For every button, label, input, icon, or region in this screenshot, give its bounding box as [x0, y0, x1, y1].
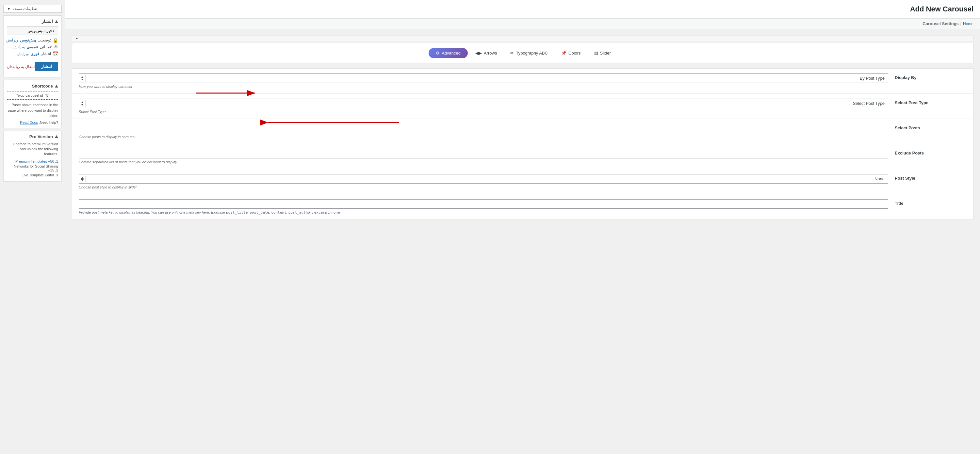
page-settings-toggle[interactable]: ▼ تنظیمات صفحه: [3, 5, 62, 13]
display-by-up[interactable]: [81, 76, 84, 78]
collapse-icon: [55, 20, 58, 23]
publish-title: انتشار: [42, 19, 53, 24]
select-post-type-value: Select Post Type: [86, 99, 888, 108]
tab-slider-label: Slider: [600, 51, 611, 56]
tab-typography-label: Typography ABC: [516, 51, 548, 56]
title-hint: Provide post meta key to display as head…: [79, 210, 888, 214]
read-docs-link[interactable]: Read Docs: [20, 121, 38, 124]
publish-date-edit-link[interactable]: ویرایش: [17, 52, 29, 56]
shortcode-description: Paste above shortcode in the page where …: [7, 102, 58, 119]
tab-advanced-label: Advanced: [442, 51, 461, 56]
display-by-down[interactable]: [81, 79, 84, 80]
trash-link[interactable]: انتقال به زباله‌دان: [7, 64, 35, 69]
pro-description: Upgrade to premium version and unlock th…: [7, 142, 58, 157]
publish-date-value: فوری: [30, 52, 39, 56]
post-style-up[interactable]: [81, 177, 84, 179]
settings-container: By Post Type How you want to display car…: [72, 68, 974, 220]
tabs-row: ⚙ Advanced ◀▶ Arrows ✏ Typography ABC 📌 …: [77, 48, 968, 58]
save-draft-button[interactable]: ذخیره پیش‌نویس: [7, 27, 58, 35]
colors-icon: 📌: [561, 51, 566, 56]
status-value: پیش‌نویس: [20, 38, 36, 43]
status-edit-link[interactable]: ویرایش: [6, 38, 18, 43]
tab-typography[interactable]: ✏ Typography ABC: [504, 48, 554, 58]
tab-colors-label: Colors: [568, 51, 581, 56]
post-style-down[interactable]: [81, 179, 84, 181]
display-by-select[interactable]: By Post Type: [79, 73, 888, 83]
tab-slider[interactable]: ▤ Slider: [588, 48, 617, 58]
exclude-posts-input[interactable]: [79, 149, 888, 159]
tab-advanced[interactable]: ⚙ Advanced: [429, 48, 468, 58]
exclude-posts-label: Exclude Posts: [895, 149, 967, 156]
select-posts-control: Choose posts to display in carousel: [79, 124, 888, 139]
visibility-value: عمومی: [27, 45, 38, 49]
select-post-type-down[interactable]: [81, 104, 84, 105]
post-style-row: None Choose post style to display in sli…: [72, 169, 973, 194]
post-style-select[interactable]: None: [79, 174, 888, 184]
select-posts-row: Choose posts to display in carousel Sele…: [72, 119, 973, 144]
select-post-type-label: Select Post Type: [895, 98, 967, 105]
pro-item-2: Networks for Social Sharing +15 .2: [7, 164, 58, 172]
pro-item-3: Live Template Editor .3: [7, 173, 58, 177]
exclude-posts-hint: Comma separated ids of posts that you do…: [79, 160, 888, 164]
display-by-hint: How you want to display carousel: [79, 84, 888, 89]
premium-templates-link[interactable]: Premium Templates +50: [15, 159, 54, 163]
publish-date-label: انتشار: [41, 52, 51, 56]
home-breadcrumb[interactable]: Home: [963, 22, 974, 26]
status-label: وضعیت:: [38, 38, 51, 43]
exclude-posts-control: Comma separated ids of posts that you do…: [79, 149, 888, 164]
display-by-row: By Post Type How you want to display car…: [72, 68, 973, 94]
collapse-up-icon: [75, 38, 78, 39]
publish-date-row: ویرایش فوری انتشار 📅: [7, 51, 58, 57]
title-control: Provide post meta key to display as head…: [79, 199, 888, 214]
select-post-type-arrows[interactable]: [79, 100, 86, 107]
status-row: ویرایش پیش‌نویس وضعیت: 🔒: [7, 38, 58, 43]
content-area: ⚙ Advanced ◀▶ Arrows ✏ Typography ABC 📌 …: [65, 29, 980, 226]
shortcode-title: Shortcode: [32, 84, 53, 89]
post-style-control: None Choose post style to display in sli…: [79, 174, 888, 189]
post-style-value: None: [86, 175, 888, 183]
carousel-settings-label: Carousel Settings: [923, 21, 959, 26]
select-post-type-select[interactable]: Select Post Type: [79, 98, 888, 108]
publish-button[interactable]: انتشار: [35, 62, 58, 71]
title-row: Provide post meta key to display as head…: [72, 194, 973, 219]
collapse-bar[interactable]: [72, 36, 974, 41]
pro-item-1: Premium Templates +50 .1: [7, 159, 58, 163]
publish-header: انتشار: [7, 19, 58, 24]
typography-icon: ✏: [510, 51, 514, 56]
tab-colors[interactable]: 📌 Colors: [555, 48, 587, 58]
triangle-down-icon: ▼: [7, 6, 11, 11]
help-row: Read Docs .Need help?: [7, 121, 58, 124]
select-posts-input[interactable]: [79, 124, 888, 133]
calendar-icon: 📅: [52, 51, 58, 57]
select-post-type-row: Select Post Type Select Post Type Select…: [72, 94, 973, 119]
page-title: Add New Carousel: [910, 5, 974, 13]
display-by-label: Display By: [895, 73, 967, 80]
help-text: .Need help?: [39, 121, 58, 124]
select-posts-hint: Choose posts to display in carousel: [79, 135, 888, 139]
lock-icon: 🔒: [52, 38, 58, 43]
select-posts-label: Select Posts: [895, 124, 967, 130]
title-input[interactable]: [79, 199, 888, 209]
visibility-row: ویرایش عمومی نمایانی: 👁: [7, 44, 58, 50]
visibility-label: نمایانی:: [40, 45, 52, 49]
display-by-value: By Post Type: [86, 74, 888, 83]
sidebar: ▼ تنظیمات صفحه انتشار ذخیره پیش‌نویس ویر…: [0, 0, 65, 454]
pro-collapse-icon: [55, 135, 58, 138]
post-style-hint: Choose post style to display in slider: [79, 185, 888, 189]
shortcode-section: Shortcode ["wcp-carousel id="5] Paste ab…: [3, 80, 62, 128]
tab-arrows-label: Arrows: [484, 51, 497, 56]
shortcode-header: Shortcode: [7, 84, 58, 89]
visibility-edit-link[interactable]: ویرایش: [13, 45, 25, 49]
pro-section: Pro Version Upgrade to premium version a…: [3, 131, 62, 182]
advanced-icon: ⚙: [436, 51, 440, 56]
exclude-posts-row: Comma separated ids of posts that you do…: [72, 144, 973, 169]
select-post-type-hint: Select Post Type: [79, 110, 888, 114]
select-post-type-up[interactable]: [81, 102, 84, 103]
arrows-icon: ◀▶: [475, 51, 482, 56]
tab-arrows[interactable]: ◀▶ Arrows: [469, 48, 503, 58]
shortcode-value[interactable]: ["wcp-carousel id="5]: [7, 91, 58, 100]
display-by-arrows[interactable]: [79, 75, 86, 82]
post-style-arrows[interactable]: [79, 176, 86, 182]
pro-header: Pro Version: [7, 134, 58, 139]
title-label: Title: [895, 199, 967, 206]
